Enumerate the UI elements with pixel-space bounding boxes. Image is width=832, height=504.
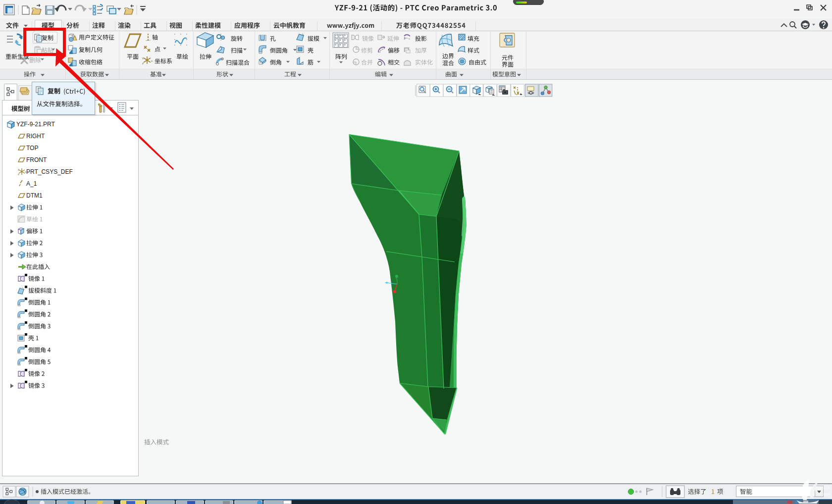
svg-text:y: y [142,56,144,59]
svg-text:z: z [142,62,144,65]
svg-text:y: y [18,168,19,171]
svg-text:x: x [151,59,153,62]
svg-text:z: z [18,173,19,176]
